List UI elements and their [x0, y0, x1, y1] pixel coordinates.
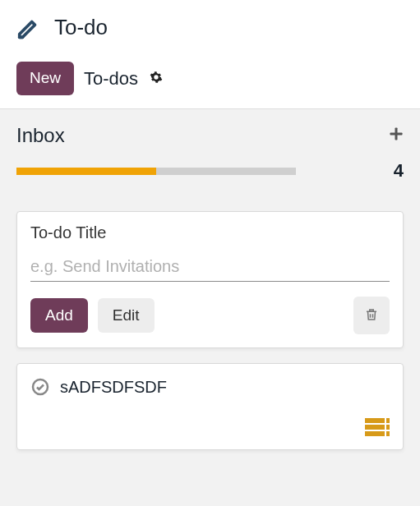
- progress-fill: [16, 168, 156, 175]
- list-lines-icon[interactable]: [365, 418, 390, 439]
- progress-bar: [16, 168, 296, 175]
- delete-button[interactable]: [353, 297, 390, 334]
- svg-rect-8: [385, 431, 386, 436]
- gear-icon[interactable]: [150, 71, 163, 87]
- header-panel: To-do New To-dos: [0, 0, 420, 109]
- edit-button[interactable]: Edit: [98, 298, 155, 333]
- svg-rect-6: [385, 418, 386, 423]
- add-button[interactable]: Add: [30, 298, 88, 333]
- new-button[interactable]: New: [16, 62, 74, 95]
- edit-pencil-icon: [16, 16, 41, 40]
- inbox-label: Inbox: [16, 124, 65, 147]
- feed: Inbox 4 To-do Title Add Edit: [0, 109, 420, 450]
- plus-icon[interactable]: [389, 125, 404, 146]
- todo-item-row: sADFSDFSDF: [30, 377, 390, 397]
- tab-todos[interactable]: To-dos: [81, 68, 141, 90]
- tabs-row: New To-dos: [16, 62, 404, 95]
- todo-item-footer: [30, 418, 390, 439]
- svg-rect-1: [390, 133, 403, 136]
- form-label: To-do Title: [30, 223, 390, 242]
- page-title: To-do: [54, 15, 108, 40]
- todo-item-title: sADFSDFSDF: [60, 378, 167, 397]
- trash-icon: [364, 306, 379, 325]
- check-circle-icon[interactable]: [30, 377, 50, 397]
- todo-item-card: sADFSDFSDF: [16, 363, 404, 450]
- inbox-header: Inbox: [16, 124, 404, 147]
- new-todo-card: To-do Title Add Edit: [16, 211, 404, 348]
- form-actions: Add Edit: [30, 297, 390, 334]
- todo-title-input[interactable]: [30, 254, 390, 282]
- svg-rect-7: [385, 425, 386, 430]
- count-badge: 4: [394, 160, 404, 182]
- title-row: To-do: [16, 15, 404, 40]
- progress-row: 4: [16, 160, 404, 182]
